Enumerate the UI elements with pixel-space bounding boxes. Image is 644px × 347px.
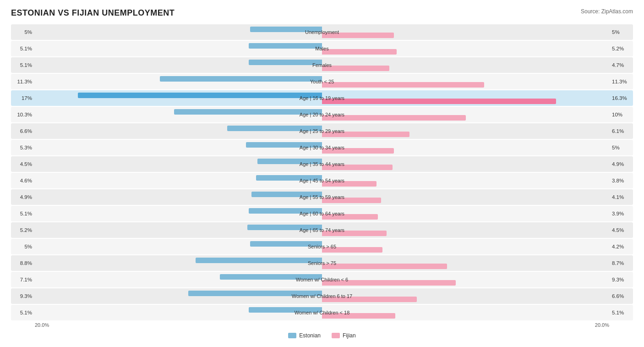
right-value: 4.7% [609, 62, 633, 68]
left-value: 5.1% [11, 62, 35, 68]
bars-area: Women w/ Children < 18 [35, 305, 609, 320]
chart-row: 4.6%Age | 45 to 54 years3.8% [11, 173, 633, 188]
fijian-bar-row [35, 247, 609, 253]
estonian-bar [78, 93, 322, 98]
fijian-bar [322, 99, 556, 104]
bars-area: Unemployment [35, 24, 609, 40]
fijian-bar-row [35, 132, 609, 137]
fijian-bar-row [35, 115, 609, 121]
right-value: 6.1% [609, 128, 633, 134]
fijian-bar [322, 148, 394, 154]
estonian-bar-row [35, 60, 609, 65]
fijian-bar [322, 280, 456, 286]
estonian-bar [160, 76, 322, 82]
estonian-bar [257, 159, 322, 164]
estonian-bar-row [35, 159, 609, 164]
legend-estonian-label: Estonian [299, 332, 321, 339]
left-value: 5.2% [11, 227, 35, 233]
bar-pair [35, 257, 609, 270]
chart-row: 10.3%Age | 20 to 24 years10% [11, 107, 633, 122]
bar-pair [35, 240, 609, 253]
bar-pair [35, 42, 609, 55]
left-value: 10.3% [11, 112, 35, 117]
legend-estonian-swatch [288, 333, 296, 338]
estonian-bar [249, 208, 322, 214]
left-value: 5.1% [11, 46, 35, 51]
left-value: 4.6% [11, 178, 35, 183]
estonian-bar [249, 307, 322, 313]
fijian-bar [322, 247, 382, 253]
estonian-bar-row [35, 43, 609, 49]
estonian-bar [249, 60, 322, 65]
fijian-bar-row [35, 297, 609, 302]
chart-row: 8.8%Seniors > 758.7% [11, 255, 633, 271]
bar-pair [35, 108, 609, 121]
fijian-bar [322, 66, 389, 71]
left-value: 7.1% [11, 277, 35, 282]
bar-pair [35, 59, 609, 72]
right-value: 4.9% [609, 161, 633, 167]
fijian-bar-row [35, 231, 609, 236]
right-value: 5% [609, 29, 633, 35]
bars-area: Age | 30 to 34 years [35, 140, 609, 155]
right-value: 4.5% [609, 227, 633, 233]
fijian-bar-row [35, 214, 609, 220]
estonian-bar [188, 291, 322, 296]
fijian-bar [322, 181, 377, 187]
right-value: 8.7% [609, 260, 633, 266]
estonian-bar-row [35, 291, 609, 296]
fijian-bar [322, 297, 417, 302]
fijian-bar [322, 132, 409, 137]
left-value: 8.8% [11, 260, 35, 266]
estonian-bar-row [35, 109, 609, 115]
left-value: 5.1% [11, 211, 35, 216]
estonian-bar-row [35, 274, 609, 280]
bars-area: Age | 25 to 29 years [35, 123, 609, 139]
estonian-bar-row [35, 241, 609, 247]
fijian-bar-row [35, 49, 609, 55]
fijian-bar [322, 115, 466, 121]
bar-pair [35, 306, 609, 319]
fijian-bar [322, 214, 378, 220]
fijian-bar-row [35, 33, 609, 38]
left-value: 6.6% [11, 128, 35, 134]
bars-area: Seniors > 65 [35, 239, 609, 254]
fijian-bar-row [35, 82, 609, 88]
bars-area: Age | 60 to 64 years [35, 206, 609, 221]
bars-area: Age | 55 to 59 years [35, 189, 609, 205]
bar-pair [35, 158, 609, 171]
bars-area: Women w/ Children < 6 [35, 272, 609, 287]
chart-row: 5.1%Women w/ Children < 185.1% [11, 305, 633, 320]
estonian-bar-row [35, 175, 609, 181]
left-value: 5% [11, 29, 35, 35]
fijian-bar [322, 264, 447, 269]
right-value: 3.9% [609, 211, 633, 216]
left-value: 4.5% [11, 161, 35, 167]
estonian-bar-row [35, 225, 609, 230]
bar-pair [35, 191, 609, 204]
axis-right-label: 20.0% [595, 322, 609, 328]
right-value: 5% [609, 145, 633, 150]
estonian-bar [256, 175, 322, 181]
fijian-bar [322, 33, 394, 38]
axis-labels: 20.0% 20.0% [35, 322, 609, 328]
right-value: 10% [609, 112, 633, 117]
bars-area: Women w/ Children 6 to 17 [35, 288, 609, 304]
fijian-bar [322, 49, 397, 55]
legend-fijian: Fijian [332, 332, 356, 339]
bars-area: Males [35, 41, 609, 56]
bars-area: Age | 16 to 19 years [35, 90, 609, 106]
fijian-bar-row [35, 280, 609, 286]
chart-row: 5.3%Age | 30 to 34 years5% [11, 140, 633, 155]
fijian-bar-row [35, 165, 609, 170]
estonian-bar-row [35, 208, 609, 214]
fijian-bar-row [35, 99, 609, 104]
chart-row: 17%Age | 16 to 19 years16.3% [11, 90, 633, 106]
chart-header: ESTONIAN VS FIJIAN UNEMPLOYMENT Source: … [11, 8, 633, 18]
bar-pair [35, 26, 609, 39]
estonian-bar [196, 258, 322, 263]
estonian-bar [227, 126, 322, 131]
chart-body: 5%Unemployment5%5.1%Males5.2%5.1%Females… [11, 24, 633, 320]
estonian-bar [220, 274, 322, 280]
chart-row: 5.1%Females4.7% [11, 57, 633, 73]
